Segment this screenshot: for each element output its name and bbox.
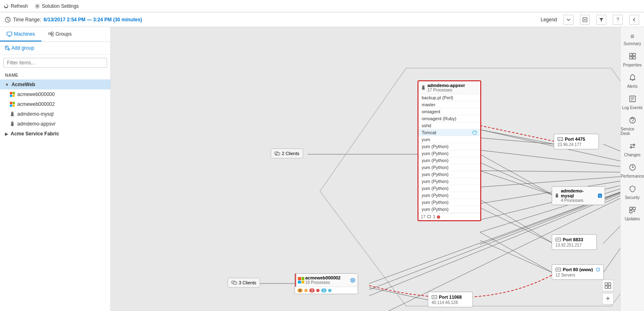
tree-item-acmeweb[interactable]: ▼ AcmeWeb bbox=[0, 80, 110, 89]
svg-rect-77 bbox=[608, 286, 611, 288]
legend-button[interactable]: Legend bbox=[541, 17, 557, 23]
svg-point-50 bbox=[422, 86, 423, 87]
solution-settings-label: Solution Settings bbox=[42, 3, 79, 9]
node-admdemo-mysql[interactable]: admdemo-mysql 4 Processes bbox=[552, 186, 605, 205]
svg-rect-76 bbox=[605, 286, 607, 288]
main-node-header: admdemo-appsvr 17 Processes bbox=[418, 81, 480, 94]
right-panel-summary[interactable]: ≡ Summary bbox=[621, 30, 644, 48]
right-panel: ≡ Summary Properties Alerts bbox=[620, 27, 644, 311]
tab-groups[interactable]: Groups bbox=[41, 27, 78, 41]
svg-line-19 bbox=[480, 173, 620, 187]
sidebar: Machines Groups Add group bbox=[0, 27, 111, 311]
linux-node-icon bbox=[421, 85, 426, 91]
svg-rect-74 bbox=[605, 283, 607, 285]
svg-rect-80 bbox=[630, 57, 632, 59]
windows-icon bbox=[10, 92, 15, 97]
groups-icon bbox=[48, 31, 54, 37]
right-panel-service-desk[interactable]: Service Desk bbox=[621, 114, 644, 138]
service-desk-icon bbox=[629, 117, 636, 126]
svg-rect-81 bbox=[633, 57, 635, 59]
collapse-panel-btn[interactable] bbox=[629, 15, 639, 25]
port-icon-8833 bbox=[555, 237, 561, 242]
tree-item-admdemo-appsvr[interactable]: admdemo-appsvr bbox=[0, 119, 110, 129]
solution-settings-button[interactable]: Solution Settings bbox=[34, 3, 79, 9]
filter-icon-btn[interactable] bbox=[596, 15, 606, 25]
refresh-label: Refresh bbox=[11, 3, 28, 9]
main-layout: Machines Groups Add group bbox=[0, 27, 644, 311]
svg-rect-79 bbox=[633, 53, 635, 56]
right-panel-changes[interactable]: Changes bbox=[621, 140, 644, 160]
svg-point-13 bbox=[11, 122, 12, 123]
main-node-admdemo-appsvr[interactable]: admdemo-appsvr 17 Processes backup.pl (P… bbox=[418, 80, 481, 221]
port-icon-11068 bbox=[432, 294, 437, 300]
svg-rect-58 bbox=[558, 137, 563, 141]
info-dot bbox=[328, 289, 331, 292]
collapse-icon-btn[interactable] bbox=[580, 15, 590, 25]
svg-point-11 bbox=[13, 112, 13, 113]
acmeweb000002-header: acmeweb000002 19 Processes bbox=[295, 274, 358, 287]
fit-zoom-btn[interactable] bbox=[602, 280, 614, 291]
port-8833[interactable]: Port 8833 13.92.251.217 bbox=[552, 234, 597, 250]
monitor-small-icon bbox=[427, 215, 431, 219]
svg-rect-2 bbox=[583, 18, 587, 22]
zoom-controls: + bbox=[602, 280, 614, 304]
linux-icon-mysql bbox=[555, 193, 559, 199]
help-icon-btn[interactable]: ? bbox=[613, 15, 623, 25]
port-11068[interactable]: Port 11068 40.114.46.128 bbox=[428, 292, 473, 307]
tree-item-acme-service-fabric[interactable]: ▶ Acme Service Fabric bbox=[0, 129, 110, 139]
svg-rect-78 bbox=[630, 53, 632, 56]
port-8833-header: Port 8833 bbox=[555, 237, 593, 242]
right-panel-performance[interactable]: Performance bbox=[621, 161, 644, 181]
port-80[interactable]: Port 80 (www) 12 Servers bbox=[552, 264, 604, 280]
tree-item-admdemo-mysql[interactable]: admdemo-mysql bbox=[0, 109, 110, 119]
svg-line-27 bbox=[480, 130, 554, 144]
svg-line-26 bbox=[480, 171, 554, 195]
port-80-header: Port 80 (www) bbox=[555, 267, 600, 272]
tab-machines[interactable]: Machines bbox=[0, 27, 41, 41]
gear-icon bbox=[34, 3, 40, 9]
refresh-button[interactable]: Refresh bbox=[3, 3, 28, 9]
sidebar-tree: ▼ AcmeWeb acmeweb000000 acmeweb000002 bbox=[0, 80, 110, 311]
alert-dot bbox=[437, 215, 440, 219]
right-panel-alerts[interactable]: Alerts bbox=[621, 71, 644, 91]
right-panel-log-events[interactable]: Log Events bbox=[621, 93, 644, 112]
client-box-3a: 3 Clients bbox=[228, 278, 260, 288]
svg-line-16 bbox=[480, 130, 620, 173]
map-connections bbox=[111, 27, 620, 311]
timebar: Time Range: 6/13/2017 2:54 PM — 3:24 PM … bbox=[0, 12, 644, 27]
alert-dot2 bbox=[316, 289, 320, 292]
svg-rect-57 bbox=[598, 194, 602, 197]
svg-line-17 bbox=[480, 150, 620, 173]
svg-rect-88 bbox=[633, 207, 635, 210]
svg-line-32 bbox=[480, 240, 554, 273]
svg-rect-48 bbox=[276, 153, 280, 155]
svg-rect-3 bbox=[7, 32, 12, 35]
svg-line-41 bbox=[369, 288, 428, 300]
right-panel-properties[interactable]: Properties bbox=[621, 50, 644, 70]
tomcat-icon bbox=[472, 130, 477, 135]
port-4475[interactable]: Port 4475 23.96.24.177 bbox=[554, 134, 599, 149]
right-panel-security[interactable]: Security bbox=[621, 183, 644, 202]
svg-line-25 bbox=[480, 162, 554, 195]
alerts-icon bbox=[629, 74, 636, 83]
filter-input[interactable] bbox=[3, 58, 107, 68]
tree-item-acmeweb000002[interactable]: acmeweb000002 bbox=[0, 99, 110, 109]
toolbar: Refresh Solution Settings bbox=[0, 0, 644, 12]
node-badge-icon bbox=[350, 278, 355, 283]
zoom-in-btn[interactable]: + bbox=[602, 293, 614, 304]
www-icon bbox=[596, 268, 600, 272]
svg-point-86 bbox=[632, 167, 633, 168]
expand-icon-btn[interactable] bbox=[564, 15, 573, 25]
map-area[interactable]: 2 Clients admdemo-appsvr 17 Processes ba… bbox=[111, 27, 620, 311]
add-group-button[interactable]: Add group bbox=[0, 42, 110, 55]
windows-icon bbox=[10, 102, 15, 107]
node-acmeweb000002[interactable]: acmeweb000002 19 Processes 5 3 1 bbox=[295, 273, 358, 294]
warn-dot bbox=[304, 289, 308, 292]
port-icon bbox=[557, 136, 563, 142]
svg-rect-89 bbox=[630, 210, 632, 213]
summary-icon: ≡ bbox=[630, 33, 634, 40]
right-panel-updates[interactable]: Updates bbox=[621, 204, 644, 224]
mysql-badge-icon bbox=[598, 193, 602, 198]
tree-item-acmeweb000000[interactable]: acmeweb000000 bbox=[0, 89, 110, 99]
svg-point-71 bbox=[352, 279, 354, 281]
